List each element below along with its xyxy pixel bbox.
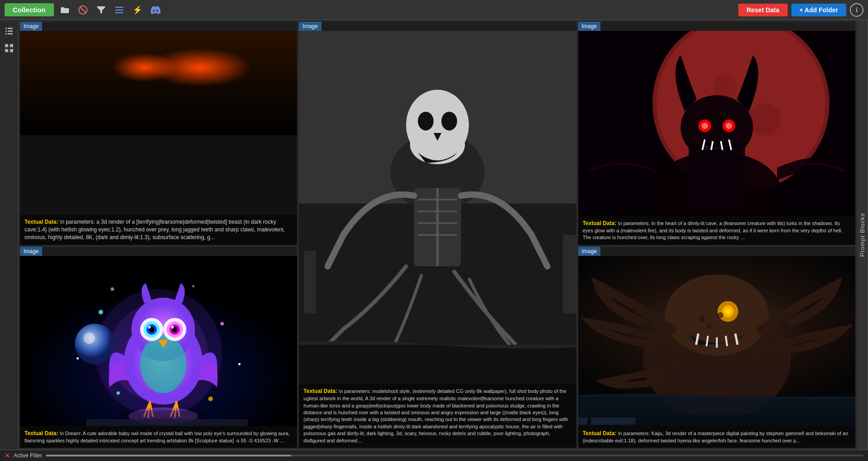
card-1-image[interactable] [20,31,297,215]
reset-data-button[interactable]: Reset Data [738,4,787,16]
svg-rect-8 [8,30,13,32]
svg-rect-14 [10,49,13,52]
card-1: Image [20,22,297,245]
svg-point-89 [725,308,731,314]
svg-rect-15 [20,31,297,135]
svg-point-97 [707,324,712,329]
card-4-header: Image [20,247,42,256]
svg-point-28 [442,112,458,131]
card-1-text-body: \n parameters: a 3d render of a [terrify… [24,219,285,240]
svg-point-95 [699,316,705,322]
svg-point-63 [238,363,240,365]
svg-rect-4 [115,12,123,13]
sidebar-list-icon[interactable] [3,25,15,37]
card-3-text-label: Textual Data: [583,220,616,226]
svg-point-16 [89,51,228,135]
svg-rect-36 [304,250,316,313]
svg-rect-13 [5,49,8,52]
svg-point-64 [111,287,114,291]
svg-point-59 [220,322,224,325]
svg-point-46 [680,95,753,160]
left-sidebar [0,20,18,450]
card-1-header: Image [20,22,42,31]
list-icon-button[interactable] [112,3,127,17]
active-filter-close[interactable]: ✕ [5,452,10,459]
active-filter-label: Active Filter [14,452,42,459]
svg-rect-83 [86,419,248,426]
card-1-text-label: Textual Data: [24,219,58,225]
prompt-blocks-label[interactable]: Prompt Blocks [857,20,868,450]
card-4-image[interactable] [20,256,297,426]
card-5-header: Image [578,247,600,256]
svg-rect-7 [5,30,7,32]
svg-rect-6 [8,28,13,29]
svg-point-79 [148,325,151,328]
main-content: Image [18,20,857,450]
svg-rect-11 [5,44,8,47]
card-5-text-body: \n parameters: Kaiju, 3d render of a mas… [583,431,848,443]
svg-point-18 [134,53,148,67]
svg-point-67 [83,332,95,343]
card-2-image[interactable] [299,31,576,384]
svg-point-43 [749,103,781,136]
card-4-text-label: Textual Data: [24,430,58,436]
svg-rect-9 [5,33,7,34]
card-2-text-body: \n parameters: modelshoot style, (extrem… [303,388,568,443]
svg-point-61 [208,396,213,401]
folder-icon-button[interactable] [58,3,72,17]
card-2-header: Image [299,22,321,31]
svg-point-62 [77,357,79,359]
card-3-text-body: \n parameters: In the heart of a dimly-l… [583,221,843,240]
card-4: Image [20,247,297,448]
card-3: Image [578,22,855,245]
discord-icon-button[interactable] [148,3,163,17]
card-5-text: Textual Data: \n parameters: Kaiju, 3d r… [578,426,855,448]
svg-point-60 [117,391,120,395]
card-5: Image [578,247,855,448]
info-button[interactable]: i [850,3,863,17]
svg-rect-12 [10,44,13,47]
svg-point-26 [410,125,465,164]
card-2: Image [299,22,576,448]
add-folder-button[interactable]: + Add Folder [791,4,846,16]
svg-rect-37 [563,235,576,314]
scrollbar-thumb [46,455,291,456]
svg-rect-35 [299,345,576,384]
svg-rect-101 [591,417,635,424]
svg-point-50 [726,123,732,129]
sidebar-grid-icon[interactable] [3,42,15,54]
svg-point-49 [702,123,708,129]
card-3-text: Textual Data: \n parameters: In the hear… [578,216,855,245]
svg-point-58 [98,309,103,314]
bottom-bar: ✕ Active Filter [0,450,868,461]
card-4-text: Textual Data: \n Dream: A cute adorable … [20,426,297,448]
toolbar-right: Reset Data + Add Folder i [738,3,863,17]
scrollbar[interactable] [46,455,863,456]
card-4-text-body: \n Dream: A cute adorable baby owl made … [24,431,290,443]
svg-point-80 [171,325,174,328]
svg-line-1 [80,7,86,13]
card-3-image[interactable] [578,31,855,216]
collection-button[interactable]: Collection [5,3,54,16]
svg-point-27 [418,112,434,131]
svg-point-65 [192,285,195,287]
svg-point-66 [75,324,115,364]
card-5-text-label: Textual Data: [583,430,616,436]
svg-rect-2 [115,7,123,8]
svg-rect-5 [5,28,7,29]
filter-icon-button[interactable] [94,3,108,17]
lightning-icon-button[interactable]: ⚡ [130,3,145,17]
svg-rect-3 [115,10,123,10]
svg-point-19 [153,51,164,63]
card-3-header: Image [578,22,600,31]
block-icon-button[interactable] [76,3,90,17]
card-2-text: Textual Data: \n parameters: modelshoot … [299,384,576,448]
svg-point-96 [717,312,723,318]
card-1-text: Textual Data: \n parameters: a 3d render… [20,215,297,245]
svg-rect-10 [8,33,13,34]
svg-point-17 [95,31,176,98]
card-5-image[interactable] [578,256,855,426]
toolbar: Collection ⚡ Reset Data + Add Folder i [0,0,868,20]
svg-point-20 [89,51,124,121]
svg-rect-100 [578,417,587,424]
